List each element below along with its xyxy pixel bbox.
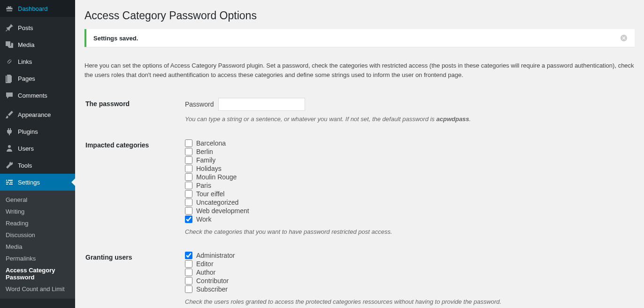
submenu-permalinks[interactable]: Permalinks (0, 253, 75, 264)
category-label: Holidays (196, 164, 222, 173)
sidebar-item-tools[interactable]: Tools (0, 157, 75, 174)
category-label: Family (196, 156, 215, 164)
category-item[interactable]: Moulin Rouge (185, 173, 629, 181)
submenu-reading[interactable]: Reading (0, 217, 75, 229)
user-role-label: Contributor (196, 277, 229, 285)
sidebar-item-links[interactable]: Links (0, 53, 75, 70)
admin-sidebar: Dashboard Posts Media Links Pages Commen… (0, 0, 75, 308)
category-item[interactable]: Tour eiffel (185, 190, 629, 198)
sidebar-item-label: Comments (18, 92, 47, 99)
user-role-label: Editor (196, 260, 214, 268)
pin-icon (5, 23, 14, 32)
sidebar-item-label: Dashboard (18, 5, 48, 12)
main-content: Access Category Password Options Setting… (75, 0, 644, 308)
category-item[interactable]: Uncategorized (185, 198, 629, 207)
users-help: Check the users roles granted to access … (185, 297, 629, 307)
categories-th: Impacted categories (85, 132, 179, 244)
user-role-label: Administrator (196, 251, 235, 260)
sidebar-item-label: Users (18, 145, 34, 152)
sidebar-item-plugins[interactable]: Plugins (0, 123, 75, 140)
sidebar-item-dashboard[interactable]: Dashboard (0, 0, 75, 17)
category-label: Work (196, 215, 211, 223)
intro-text: Here you can set the options of Access C… (84, 61, 635, 79)
submenu-general[interactable]: General (0, 194, 75, 206)
password-input[interactable] (218, 98, 305, 111)
links-icon (5, 57, 14, 66)
sidebar-item-posts[interactable]: Posts (0, 19, 75, 36)
settings-saved-notice: Settings saved. (84, 29, 635, 47)
users-icon (5, 144, 14, 153)
category-label: Uncategorized (196, 198, 238, 207)
sidebar-item-media[interactable]: Media (0, 36, 75, 53)
category-item[interactable]: Paris (185, 181, 629, 190)
tools-icon (5, 161, 14, 170)
sidebar-item-label: Posts (18, 24, 33, 31)
category-label: Berlin (196, 147, 213, 156)
category-checkbox[interactable] (185, 207, 192, 215)
sidebar-item-label: Settings (18, 179, 40, 186)
user-role-item[interactable]: Contributor (185, 277, 629, 285)
category-label: Paris (196, 181, 211, 190)
media-icon (5, 40, 14, 49)
pages-icon (5, 74, 14, 83)
users-th: Granting users (85, 244, 179, 308)
user-role-label: Subscriber (196, 285, 228, 293)
svg-point-0 (8, 145, 11, 148)
category-item[interactable]: Web development (185, 207, 629, 215)
category-checkbox[interactable] (185, 173, 192, 181)
user-role-checkbox[interactable] (185, 277, 192, 285)
sidebar-item-appearance[interactable]: Appearance (0, 106, 75, 123)
categories-help: Check the categories that you want to ha… (185, 227, 629, 237)
category-item[interactable]: Holidays (185, 164, 629, 173)
sidebar-item-label: Pages (18, 75, 35, 82)
category-item[interactable]: Family (185, 156, 629, 164)
password-label: Password (185, 100, 214, 109)
user-role-checkbox[interactable] (185, 269, 192, 276)
password-help: You can type a string or a sentence, or … (185, 115, 629, 124)
category-checkbox[interactable] (185, 139, 192, 147)
category-label: Barcelona (196, 139, 226, 147)
settings-icon (5, 177, 14, 187)
user-role-item[interactable]: Author (185, 268, 629, 277)
categories-list: BarcelonaBerlinFamilyHolidaysMoulin Roug… (185, 139, 629, 223)
sidebar-item-label: Appearance (18, 111, 51, 118)
category-checkbox[interactable] (185, 148, 192, 155)
submenu-discussion[interactable]: Discussion (0, 229, 75, 241)
user-role-item[interactable]: Subscriber (185, 285, 629, 293)
submenu-media[interactable]: Media (0, 241, 75, 253)
category-checkbox[interactable] (185, 199, 192, 206)
user-role-checkbox[interactable] (185, 252, 192, 259)
sidebar-item-label: Links (18, 58, 32, 65)
user-role-checkbox[interactable] (185, 285, 192, 293)
sidebar-item-label: Tools (18, 162, 32, 169)
notice-text: Settings saved. (93, 35, 138, 42)
comments-icon (5, 91, 14, 100)
category-checkbox[interactable] (185, 190, 192, 198)
submenu-word-count-limit[interactable]: Word Count and Limit (0, 283, 75, 295)
sidebar-item-settings[interactable]: Settings (0, 174, 75, 191)
category-checkbox[interactable] (185, 165, 192, 172)
user-role-item[interactable]: Administrator (185, 251, 629, 260)
category-checkbox[interactable] (185, 182, 192, 189)
sidebar-item-label: Media (18, 41, 34, 48)
sidebar-item-label: Plugins (18, 128, 38, 135)
user-role-label: Author (196, 268, 215, 277)
sidebar-item-comments[interactable]: Comments (0, 87, 75, 104)
sidebar-item-users[interactable]: Users (0, 140, 75, 157)
users-list: AdministratorEditorAuthorContributorSubs… (185, 251, 629, 293)
submenu-access-category-password[interactable]: Access Category Password (0, 264, 75, 283)
category-checkbox[interactable] (185, 156, 192, 164)
notice-dismiss-icon[interactable] (620, 34, 628, 42)
category-item[interactable]: Barcelona (185, 139, 629, 147)
settings-submenu: General Writing Reading Discussion Media… (0, 191, 75, 299)
page-title: Access Category Password Options (84, 9, 635, 22)
submenu-writing[interactable]: Writing (0, 206, 75, 217)
category-checkbox[interactable] (185, 216, 192, 223)
settings-form: The password Password You can type a str… (84, 90, 635, 308)
sidebar-item-pages[interactable]: Pages (0, 70, 75, 87)
category-item[interactable]: Work (185, 215, 629, 223)
user-role-checkbox[interactable] (185, 260, 192, 268)
user-role-item[interactable]: Editor (185, 260, 629, 268)
category-item[interactable]: Berlin (185, 147, 629, 156)
category-label: Tour eiffel (196, 190, 224, 198)
